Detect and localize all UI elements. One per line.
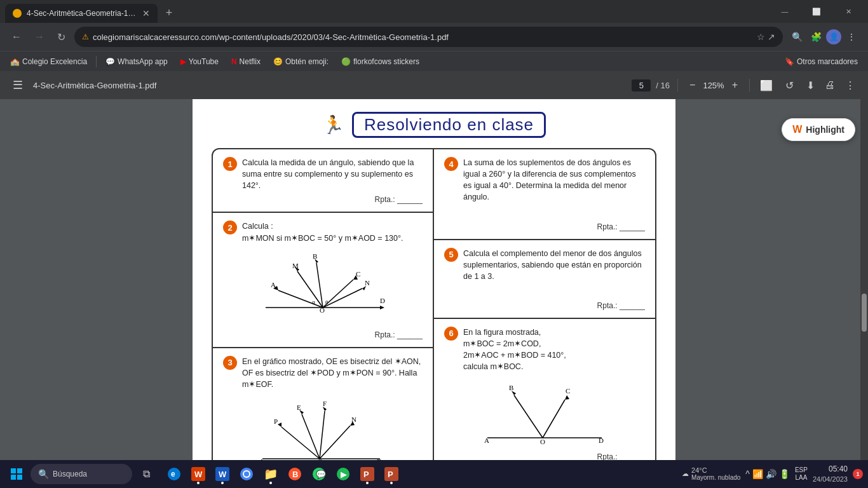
tab-bar: 4-Sec-Aritmètica-Geometria-1.p... ✕ + — …: [0, 0, 868, 23]
svg-text:N: N: [351, 416, 356, 423]
problem-4-number: 4: [444, 157, 458, 171]
taskbar-app-powerpoint[interactable]: P: [356, 463, 379, 485]
brave-icon: B: [288, 467, 302, 481]
problem-6-text-line3: 2m✶AOC + m✶BOD = 410°,: [463, 349, 566, 361]
problem-6-text-line2: m✶BOC = 2m✶COD,: [463, 338, 566, 349]
pdf-page: 🏃 Resolviendo en clase 1 Calcula la medi…: [193, 99, 675, 488]
svg-text:N: N: [365, 279, 370, 287]
problem-5-text: Calcula el complemento del menor de dos …: [463, 248, 645, 282]
problem-4-text: La suma de los suplementos de dos ángulo…: [463, 157, 645, 203]
svg-rect-49: [11, 475, 16, 480]
restore-button[interactable]: ⬜: [802, 3, 831, 20]
svg-text:C: C: [566, 387, 570, 395]
notification-badge[interactable]: 1: [853, 469, 863, 479]
tab-close-button[interactable]: ✕: [142, 8, 150, 18]
svg-marker-32: [323, 407, 327, 411]
minimize-button[interactable]: —: [770, 3, 799, 20]
taskbar-app-ppt2[interactable]: P: [380, 463, 403, 485]
search-icon[interactable]: 🔍: [788, 28, 806, 46]
taskbar-search[interactable]: 🔍 Búsqueda: [31, 464, 132, 484]
tray-arrow-icon[interactable]: ^: [745, 469, 750, 479]
highlight-w-icon: W: [792, 124, 802, 135]
pdf-scrollbar[interactable]: [860, 99, 868, 488]
svg-line-31: [320, 411, 325, 459]
bookmark-colegio-label: Colegio Excelencia: [22, 57, 87, 66]
windows-logo-icon: [10, 468, 23, 480]
colegio-icon: 🏫: [10, 57, 20, 66]
others-bookmarks[interactable]: 🔖 Otros marcadores: [780, 56, 863, 67]
profile-icon[interactable]: 👤: [826, 29, 841, 44]
reload-button[interactable]: ↻: [53, 29, 69, 46]
network-icon[interactable]: 📶: [752, 469, 763, 479]
bookmark-netflix[interactable]: N Netflix: [226, 56, 266, 67]
app-active-dot-2: [221, 482, 224, 484]
problem-5-answer: Rpta.: ______: [444, 301, 645, 310]
bookmark-florkofcows[interactable]: 🟢 florkofcows stickers: [336, 56, 424, 67]
bookmark-colegio[interactable]: 🏫 Colegio Excelencia: [5, 56, 92, 67]
svg-marker-16: [362, 286, 366, 290]
window-controls: — ⬜ ✕: [770, 3, 863, 20]
scrollbar-thumb[interactable]: [862, 294, 867, 332]
pdf-page-total: / 16: [656, 81, 670, 90]
svg-text:P: P: [388, 470, 393, 479]
left-column: 1 Calcula la medida de un ángulo, sabien…: [213, 149, 434, 488]
svg-text:▶: ▶: [341, 470, 347, 479]
start-button[interactable]: [5, 463, 28, 485]
fit-page-button[interactable]: ⬜: [757, 77, 775, 94]
svg-rect-50: [17, 475, 22, 480]
app-active-dot-4: [366, 482, 369, 484]
svg-line-44: [543, 400, 565, 438]
pdf-more-button[interactable]: ⋮: [843, 77, 858, 94]
svg-line-3: [297, 271, 323, 308]
pdf-page-controls: / 16: [632, 79, 670, 92]
task-view-button[interactable]: ⧉: [135, 463, 158, 485]
forward-button[interactable]: →: [31, 29, 48, 45]
highlight-button[interactable]: W Highlight: [782, 118, 855, 141]
problem-3-text: En el gráfico mostrado, OE es bisectriz …: [242, 356, 423, 390]
powerpoint-icon: P: [360, 467, 374, 481]
bookmark-whatsapp[interactable]: 💬 WhatsApp app: [100, 56, 173, 67]
weather-widget[interactable]: ☁ 24°C Mayorm. nublado: [682, 466, 740, 481]
system-clock[interactable]: 05:40 24/04/2023: [813, 464, 848, 484]
pdf-page-input[interactable]: [632, 79, 651, 92]
taskbar-app-files[interactable]: 📁: [259, 463, 282, 485]
zoom-out-button[interactable]: −: [686, 78, 699, 92]
pdf-menu-button[interactable]: ☰: [10, 76, 25, 95]
star-icon[interactable]: ☆: [757, 32, 765, 42]
bookmark-folder-icon: 🔖: [785, 57, 794, 66]
svg-point-59: [244, 471, 249, 477]
volume-icon[interactable]: 🔊: [766, 469, 776, 479]
share-icon[interactable]: ↗: [768, 32, 775, 42]
app-active-dot-3: [269, 482, 272, 484]
taskbar-app-whatsapp[interactable]: 💬: [308, 463, 330, 485]
extensions-icon[interactable]: 🧩: [807, 28, 825, 46]
bookmark-emoji[interactable]: 😊 Obtén emoji:: [268, 56, 334, 67]
language-indicator[interactable]: ESP LAA: [795, 466, 808, 482]
new-tab-button[interactable]: +: [160, 4, 178, 22]
svg-text:D: D: [599, 437, 604, 444]
battery-icon[interactable]: 🔋: [779, 469, 790, 479]
svg-text:W: W: [219, 470, 227, 479]
taskbar-app-brave[interactable]: B: [283, 463, 306, 485]
taskbar-app-edge[interactable]: e: [163, 463, 186, 485]
taskbar-app-office[interactable]: W: [187, 463, 210, 485]
close-button[interactable]: ✕: [834, 3, 863, 20]
pdf-right-actions: ⬇ 🖨 ⋮: [804, 77, 858, 94]
netflix-icon: N: [231, 57, 237, 66]
active-tab[interactable]: 4-Sec-Aritmètica-Geometria-1.p... ✕: [5, 4, 158, 23]
bookmark-youtube[interactable]: ▶ YouTube: [175, 56, 224, 67]
address-input[interactable]: ⚠ colegiomariscalcaceressurco.com/wp-con…: [74, 27, 783, 47]
weather-desc: Mayorm. nublado: [691, 474, 740, 481]
taskbar-app-chrome[interactable]: [235, 463, 258, 485]
taskbar-app-word[interactable]: W: [211, 463, 234, 485]
svg-text:e: e: [171, 470, 175, 478]
print-button[interactable]: 🖨: [822, 77, 837, 93]
download-button[interactable]: ⬇: [804, 77, 817, 94]
zoom-in-button[interactable]: +: [728, 78, 742, 92]
rotate-button[interactable]: ↺: [783, 77, 796, 94]
taskbar-app-music[interactable]: ▶: [332, 463, 355, 485]
taskbar-pinned-apps: e W W 📁: [163, 463, 403, 485]
weather-icon: ☁: [682, 470, 689, 478]
menu-icon[interactable]: ⋮: [843, 28, 860, 46]
back-button[interactable]: ←: [8, 29, 25, 45]
